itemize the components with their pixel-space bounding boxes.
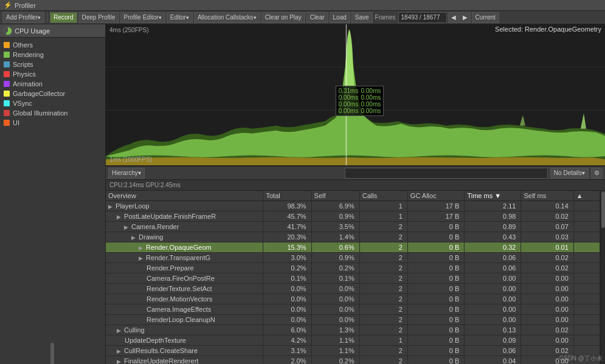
tooltip-val-4: 0.00ms [339,108,359,114]
table-row[interactable]: Camera.FireOnPostRe 0.1%0.1%20 B0.000.00 [106,273,600,284]
total-cell: 0.2% [263,263,311,273]
legend-item[interactable]: GarbageCollector [0,89,105,98]
expand-triangle[interactable]: ▶ [124,224,128,230]
gcalloc-cell: 0 B [407,315,465,325]
next-frame-button[interactable]: ▶ [460,12,471,23]
table-row[interactable]: ▶ Camera.Render 41.7%3.5%20 B0.890.07 [106,222,600,232]
sidebar-scrollbar[interactable] [50,343,54,364]
table-row[interactable]: Render.Prepare 0.2%0.2%20 B0.060.02 [106,263,600,273]
timems-cell: 0.32 [465,242,521,253]
bottom-panel: Hierarchy ▾ No Details ▾ ⚙ CPU:2.14ms GP… [106,166,605,364]
expand-triangle[interactable]: ▶ [139,255,143,261]
calls-cell: 2 [359,356,407,364]
selfms-cell: 0.02 [521,211,573,222]
legend-item[interactable]: Rendering [0,50,105,60]
table-row[interactable]: RenderLoop.CleanupN 0.0%0.0%20 B0.000.00 [106,315,600,325]
detail-dropdown[interactable]: No Details ▾ [550,168,589,179]
legend-item[interactable]: Physics [0,69,105,79]
tooltip-val2-4: 0.00ms [361,108,381,114]
total-cell: 41.7% [263,222,311,232]
expand-triangle[interactable]: ▶ [117,214,121,220]
expand-triangle[interactable]: ▶ [131,235,136,241]
table-row[interactable]: ▶ Drawing 20.3%1.4%20 B0.430.03 [106,232,600,242]
warning-cell [573,232,600,242]
row-name: Camera.FireOnPostRe [147,275,215,282]
clear-on-play-button[interactable]: Clear on Play [261,12,305,23]
legend-item[interactable]: UI [0,118,105,128]
table-row[interactable]: ▶ CullResults.CreateShare 3.1%1.1%20 B0.… [106,346,600,356]
hierarchy-dropdown-arrow: ▾ [138,170,141,176]
table-header-total[interactable]: Total [263,191,311,201]
chart-tooltip: 0.31ms 0.00ms 0.00ms 0.00ms 0.00ms 0.00m… [336,86,384,116]
calls-cell: 2 [359,263,407,273]
legend-item[interactable]: VSync [0,98,105,108]
calls-cell: 2 [359,325,407,335]
save-button[interactable]: Save [351,12,373,23]
settings-button[interactable]: ⚙ [591,168,603,179]
warning-cell [573,201,600,211]
cpu-usage-icon [4,27,12,35]
table-header-timems[interactable]: Time ms ▼ [465,191,521,201]
table-row[interactable]: ▶ Culling 6.0%1.3%20 B0.130.02 [106,325,600,335]
total-cell: 3.0% [263,253,311,263]
overview-cell: RenderTexture.SetAct [106,284,263,294]
table-wrapper: OverviewTotalSelfCallsGC AllocTime ms ▼S… [106,191,605,364]
expand-triangle[interactable]: ▶ [117,359,121,364]
load-button[interactable]: Load [330,12,350,23]
timems-cell: 0.09 [465,335,521,346]
table-row[interactable]: UpdateDepthTexture 4.2%1.1%10 B0.090.00 [106,335,600,346]
hierarchy-dropdown[interactable]: Hierarchy ▾ [108,168,145,179]
sidebar-header: CPU Usage [0,24,105,38]
profile-editor-button[interactable]: Profile Editor [120,12,165,23]
table-row[interactable]: ▶ FinalizeUpdateRenderert 2.0%0.2%20 B0.… [106,356,600,364]
current-button[interactable]: Current [472,12,499,23]
table-header-selfms[interactable]: Self ms [521,191,573,201]
table-row[interactable]: RenderTexture.SetAct 0.0%0.0%20 B0.000.0… [106,284,600,294]
table-header-gcalloc[interactable]: GC Alloc [407,191,465,201]
right-panel: Selected: Render.OpaqueGeometry 4ms (250… [106,24,605,364]
table-header-self[interactable]: Self [311,191,359,201]
selfms-cell: 0.02 [521,253,573,263]
expand-triangle[interactable]: ▶ [117,348,121,354]
warning-cell [573,294,600,304]
legend-item[interactable]: Others [0,40,105,50]
table-row[interactable]: ▶ Render.TransparentG 3.0%0.9%20 B0.060.… [106,253,600,263]
expand-triangle[interactable]: ▶ [117,328,121,334]
table-row[interactable]: Camera.ImageEffects 0.0%0.0%20 B0.000.00 [106,304,600,315]
legend-item[interactable]: Animation [0,79,105,89]
overview-cell: ▶ PlayerLoop [106,201,263,211]
total-cell: 98.3% [263,201,311,211]
table-row[interactable]: ▶ PostLateUpdate.FinishFrameR 45.7%0.9%1… [106,211,600,222]
table-container[interactable]: OverviewTotalSelfCallsGC AllocTime ms ▼S… [106,191,600,364]
selfms-cell: 0.03 [521,232,573,242]
table-header-overview[interactable]: Overview [106,191,263,201]
prev-frame-button[interactable]: ◀ [448,12,459,23]
search-input[interactable] [345,168,548,179]
editor-button[interactable]: Editor [167,12,193,23]
table-row[interactable]: ▶ PlayerLoop 98.3%6.9%117 B2.110.14 [106,201,600,211]
record-button[interactable]: Record [50,12,77,23]
tooltip-line-1: 0.31ms 0.00ms [339,88,381,94]
deep-profile-button[interactable]: Deep Profile [78,12,119,23]
table-row[interactable]: Render.MotionVectors 0.0%0.0%20 B0.000.0… [106,294,600,304]
right-scrollbar[interactable] [600,191,605,364]
chart-area[interactable]: Selected: Render.OpaqueGeometry 4ms (250… [106,24,605,166]
legend-dot [4,110,10,116]
tooltip-val-3: 0.00ms [339,101,359,108]
table-header-[interactable]: ▲ [573,191,600,201]
table-header-calls[interactable]: Calls [359,191,407,201]
detail-label: No Details [554,170,582,176]
expand-triangle[interactable]: ▶ [139,245,143,251]
legend-item[interactable]: Scripts [0,60,105,69]
table-row[interactable]: ▶ Render.OpaqueGeom 15.3%0.6%20 B0.320.0… [106,242,600,253]
allocation-callstacks-button[interactable]: Allocation Callstacks [194,12,260,23]
legend-dot [4,91,10,97]
calls-cell: 2 [359,304,407,315]
calls-cell: 2 [359,242,407,253]
clear-button[interactable]: Clear [306,12,328,23]
right-scroll-thumb[interactable] [601,191,605,228]
self-cell: 3.5% [311,222,359,232]
legend-item[interactable]: Global Illumination [0,108,105,118]
expand-triangle[interactable]: ▶ [108,204,112,210]
add-profiler-button[interactable]: Add Profiler [2,12,44,23]
